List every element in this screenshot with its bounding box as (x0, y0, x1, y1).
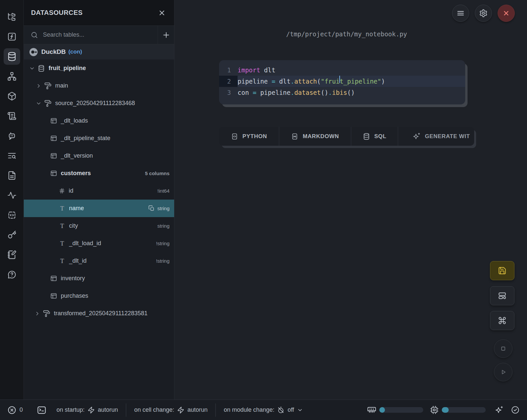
add-datasource-button[interactable] (158, 26, 174, 44)
code-snippet-icon[interactable] (4, 207, 20, 223)
tree-item-table[interactable]: _dlt_loads (24, 112, 174, 130)
notebook-filename: /tmp/project/path/my_notebook.py (219, 30, 474, 38)
code-icon (231, 133, 238, 140)
cpu-usage-fill (442, 407, 449, 413)
layout-button[interactable] (490, 286, 514, 305)
tree-item-table[interactable]: _dlt_version (24, 147, 174, 165)
tree-item-schema[interactable]: transformed_202504291112283581 (24, 305, 174, 322)
table-icon (50, 275, 57, 282)
tree-item-database[interactable]: fruit_pipeline (24, 59, 174, 77)
activity-icon[interactable] (4, 187, 20, 204)
add-python-cell-button[interactable]: PYTHON (219, 127, 279, 146)
code-cell[interactable]: 1 import dlt 2 pipeline = dlt.attach("fr… (219, 60, 465, 104)
chevron-right-icon[interactable] (36, 83, 42, 89)
code-line: 1 import dlt (219, 64, 465, 76)
database-icon (363, 133, 370, 140)
dtype-badge: string (157, 206, 169, 211)
memory-usage-fill (379, 407, 385, 413)
errors-indicator[interactable]: 0 (7, 405, 23, 415)
stop-button[interactable] (494, 339, 512, 358)
scroll-icon[interactable] (4, 108, 20, 124)
panel-header: DATASOURCES (24, 0, 174, 26)
table-icon (50, 152, 57, 159)
tree-item-table[interactable]: _dlt_pipeline_state (24, 130, 174, 147)
database-icon[interactable] (4, 48, 20, 65)
ai-sparkles-icon[interactable] (495, 406, 504, 414)
connection-row[interactable]: DuckDB (con) (24, 44, 174, 59)
notebook-icon[interactable] (4, 247, 20, 263)
on-module-change-setting[interactable]: on module change: off (224, 406, 303, 414)
chevron-down-icon[interactable] (29, 65, 35, 71)
search-box[interactable] (24, 26, 158, 44)
zap-icon (88, 406, 95, 414)
save-button[interactable] (490, 261, 514, 280)
connection-badge: (con) (68, 49, 82, 55)
chat-bot-icon[interactable] (4, 128, 20, 144)
add-sql-cell-button[interactable]: SQL (351, 127, 398, 146)
function-icon[interactable] (4, 28, 20, 45)
tree-item-schema[interactable]: source_202504291112283468 (24, 95, 174, 112)
search-icon (30, 31, 38, 39)
timer-off-icon (277, 406, 284, 414)
datasources-panel: DATASOURCES (24, 0, 174, 400)
command-palette-button[interactable] (490, 311, 514, 330)
tree-item-column[interactable]: T _dlt_id !string (24, 252, 174, 270)
settings-button[interactable] (475, 5, 492, 22)
tree-item-label: purchases (61, 292, 88, 299)
tree-item-table[interactable]: customers 5 columns (24, 165, 174, 182)
connection-status-icon[interactable] (511, 405, 520, 414)
tree-item-label: name (69, 205, 84, 212)
tree-item-label: source_202504291112283468 (55, 100, 135, 107)
package-icon[interactable] (4, 88, 20, 104)
on-startup-value: autorun (98, 406, 118, 413)
on-module-change-label: on module change: (224, 406, 274, 413)
close-panel-icon[interactable] (157, 8, 167, 18)
on-cell-change-setting[interactable]: on cell change: autorun (134, 406, 207, 414)
help-icon[interactable] (4, 266, 20, 283)
search-tables-input[interactable] (43, 31, 152, 38)
cpu-icon (430, 405, 439, 414)
run-button[interactable] (494, 363, 512, 381)
generate-with-ai-button[interactable]: GENERATE WIT (398, 127, 474, 146)
tree-item-label: _dlt_pipeline_state (61, 135, 110, 142)
dtype-badge: !int64 (157, 188, 174, 194)
panel-title: DATASOURCES (31, 9, 83, 17)
file-tree-icon[interactable] (4, 9, 20, 25)
on-startup-setting[interactable]: on startup: autorun (56, 406, 118, 414)
file-text-icon[interactable] (4, 167, 20, 184)
shutdown-button[interactable] (498, 5, 515, 22)
terminal-button[interactable] (37, 405, 47, 415)
connection-name: DuckDB (41, 48, 66, 56)
on-cell-change-label: on cell change: (134, 406, 174, 413)
tree-item-column-selected[interactable]: T name string (24, 200, 174, 217)
schema-icon (43, 310, 50, 317)
chevron-right-icon[interactable] (34, 311, 40, 317)
tree-item-label: main (55, 82, 68, 89)
code-line: 3 con = pipeline.dataset().ibis() (219, 87, 465, 98)
menu-button[interactable] (452, 5, 469, 22)
network-icon[interactable] (4, 68, 20, 85)
tree-item-label: fruit_pipeline (49, 65, 86, 72)
text-type-icon: T (59, 222, 65, 230)
table-icon (50, 135, 57, 142)
copy-icon[interactable] (148, 205, 155, 211)
on-startup-label: on startup: (56, 406, 85, 413)
tree-item-table[interactable]: inventory (24, 270, 174, 287)
on-cell-change-value: autorun (187, 406, 207, 413)
key-icon[interactable] (4, 227, 20, 243)
add-cell-toolbar: PYTHON MARKDOWN SQL GENERATE WIT (219, 127, 474, 146)
code-line-active: 2 pipeline = dlt.attach("fruit_pipeline"… (219, 76, 465, 87)
text-search-icon[interactable] (4, 147, 20, 164)
text-type-icon: T (59, 205, 65, 212)
chevron-down-icon[interactable] (36, 100, 42, 106)
error-count: 0 (19, 406, 23, 413)
add-markdown-cell-button[interactable]: MARKDOWN (279, 127, 351, 146)
tree-item-column[interactable]: id !int64 (24, 182, 174, 200)
tree-item-table[interactable]: purchases (24, 287, 174, 305)
memory-icon (367, 405, 376, 415)
tree-item-column[interactable]: T city string (24, 217, 174, 235)
search-row (24, 26, 174, 44)
duckdb-logo-icon (29, 48, 38, 57)
tree-item-schema[interactable]: main (24, 77, 174, 95)
tree-item-column[interactable]: T _dlt_load_id !string (24, 235, 174, 252)
